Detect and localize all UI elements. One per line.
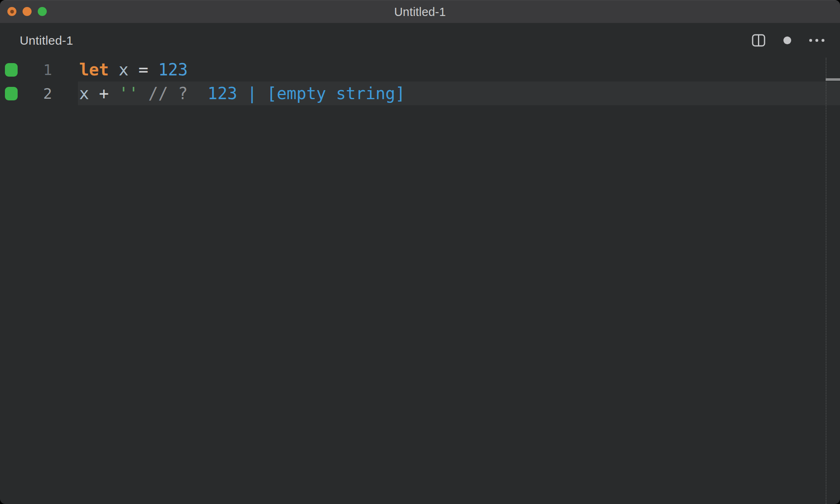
coverage-indicator-icon bbox=[5, 87, 18, 100]
editor-tab-bar: Untitled-1 bbox=[0, 23, 840, 58]
coverage-indicator-icon bbox=[5, 63, 18, 77]
code-token-string: '' bbox=[119, 84, 138, 103]
dirty-dot-icon bbox=[783, 36, 791, 44]
code-token-result: 123 | [empty string] bbox=[208, 84, 405, 103]
tab-filename[interactable]: Untitled-1 bbox=[20, 34, 73, 48]
code-token-keyword: let bbox=[79, 60, 109, 79]
code-line-content[interactable]: let x = 123 bbox=[78, 58, 840, 82]
split-editor-button[interactable] bbox=[752, 34, 765, 47]
code-token-plain bbox=[188, 84, 208, 103]
code-line[interactable]: 1let x = 123 bbox=[0, 58, 840, 82]
code-token-comment: // ? bbox=[148, 84, 188, 103]
code-token-variable: x bbox=[119, 60, 128, 79]
code-editor[interactable]: 1let x = 1232x + '' // ? 123 | [empty st… bbox=[0, 58, 840, 504]
code-token-operator: + bbox=[89, 84, 119, 103]
code-token-variable: x bbox=[79, 84, 89, 103]
code-token-operator: = bbox=[128, 60, 158, 79]
app-window: Untitled-1 Untitled-1 bbox=[0, 0, 840, 504]
titlebar: Untitled-1 bbox=[0, 0, 840, 23]
unsaved-changes-button[interactable] bbox=[783, 36, 791, 44]
code-line[interactable]: 2x + '' // ? 123 | [empty string] bbox=[0, 82, 840, 105]
code-token-number: 123 bbox=[158, 60, 188, 79]
window-title: Untitled-1 bbox=[0, 0, 840, 23]
code-token-plain bbox=[109, 60, 119, 79]
cursor-position-marker bbox=[826, 78, 840, 81]
line-number: 1 bbox=[18, 61, 78, 78]
code-line-content[interactable]: x + '' // ? 123 | [empty string] bbox=[78, 82, 840, 105]
gutter[interactable]: 1 bbox=[0, 58, 78, 82]
code-lines: 1let x = 1232x + '' // ? 123 | [empty st… bbox=[0, 58, 840, 105]
more-actions-button[interactable] bbox=[809, 39, 824, 42]
ellipsis-icon bbox=[809, 39, 824, 42]
gutter[interactable]: 2 bbox=[0, 82, 78, 105]
code-token-plain bbox=[139, 84, 148, 103]
split-editor-icon bbox=[752, 34, 765, 47]
overview-ruler[interactable] bbox=[826, 58, 840, 504]
editor-actions bbox=[752, 34, 824, 47]
line-number: 2 bbox=[18, 85, 78, 102]
